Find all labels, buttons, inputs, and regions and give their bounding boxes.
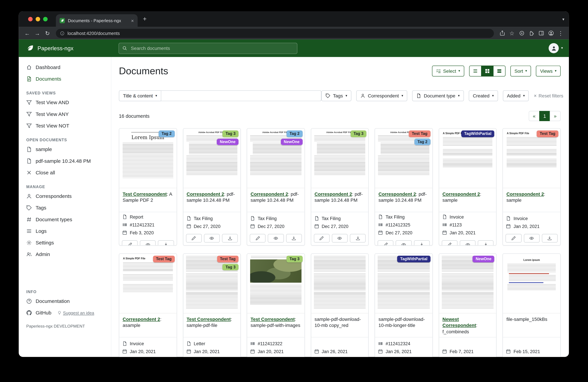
view-button[interactable] [460,240,476,245]
zoom-window-button[interactable] [43,17,48,21]
document-thumbnail[interactable] [311,254,368,313]
correspondent-link[interactable]: Correspondent 2 [251,192,288,197]
created-filter-button[interactable]: Created ▾ [469,90,498,101]
document-thumbnail[interactable]: A Simple PDF File Test Tag [503,128,560,188]
added-filter-button[interactable]: Added ▾ [503,90,529,101]
title-content-dropdown[interactable]: Title & content ▾ [119,90,161,101]
tag-badge[interactable]: Test Tag [537,131,558,137]
sidebar-item-settings[interactable]: Settings [19,237,111,248]
document-card[interactable]: Lorem ipsum file-sample_150kBs Feb 15, 2… [503,254,561,357]
sidebar-item-github[interactable]: GitHubSuggest an idea [19,307,111,319]
sidebar-item-test-view-not[interactable]: Test View NOT [19,120,111,132]
reset-filters-link[interactable]: × Reset filters [534,93,563,99]
site-info-icon[interactable] [60,31,64,36]
correspondent-link[interactable]: Correspondent 2 [442,192,480,197]
tag-badge[interactable]: NewOne [217,139,238,145]
edit-button[interactable] [314,234,330,242]
sidebar-item-documents[interactable]: Documents [19,73,111,85]
tag-badge[interactable]: Tag 2 [159,131,174,137]
side-panel-icon[interactable] [537,29,546,38]
view-button[interactable] [524,234,540,242]
title-content-input[interactable] [161,90,321,101]
document-thumbnail[interactable]: Adobe Acrobat PDF Files Tag 3 [311,128,368,188]
view-button[interactable] [268,234,284,242]
edit-button[interactable] [250,234,266,242]
tag-badge[interactable]: Tag 2 [287,131,303,137]
view-button[interactable] [332,234,348,242]
app-brand[interactable]: Paperless-ngx [26,44,73,52]
tag-badge[interactable]: Tag 3 [351,131,366,137]
sidebar-item-sample[interactable]: sample [19,144,111,155]
views-button[interactable]: Views ▾ [536,66,561,77]
browser-profile-avatar[interactable] [546,29,555,38]
document-card[interactable]: Lorem Ipsum Tag 2 Test Correspondent: A … [119,128,177,245]
correspondent-link[interactable]: Newest Correspondent [442,317,476,328]
download-button[interactable] [158,240,174,245]
document-thumbnail[interactable]: Adobe Acrobat PDF Files Test TagTag 2 [375,128,432,188]
tab-search-chevron-icon[interactable]: ▾ [562,17,564,21]
browser-tab[interactable]: Documents - Paperless-ngx × [56,14,138,27]
browser-menu-kebab-icon[interactable]: ⋮ [556,29,565,38]
view-button[interactable] [140,240,156,245]
document-card[interactable]: Adobe Acrobat PDF Files Tag 3NewOne Corr… [183,128,241,245]
document-card[interactable]: Tag 3 Test Correspondent: sample-pdf-wit… [247,254,305,357]
tag-badge[interactable]: Test Tag [409,131,430,137]
document-thumbnail[interactable]: A Simple PDF File TagWithPartial [439,128,496,188]
correspondent-link[interactable]: Correspondent 2 [315,192,352,197]
document-card[interactable]: Adobe Acrobat PDF Files Test TagTag 2 Co… [375,128,433,245]
view-button[interactable] [396,240,412,245]
edit-button[interactable] [186,234,202,242]
view-button[interactable] [204,234,220,242]
forward-button[interactable]: → [33,30,42,36]
sidebar-item-test-view-and[interactable]: Test View AND [19,97,111,108]
detail-view-button[interactable] [493,66,505,77]
edit-button[interactable] [506,234,522,242]
document-thumbnail[interactable]: NewOne [439,254,496,313]
new-tab-button[interactable]: + [143,15,147,23]
document-thumbnail[interactable]: A Simple PDF File Test Tag [119,254,176,313]
tag-badge[interactable]: NewOne [281,139,302,145]
next-page-button[interactable]: » [550,111,561,121]
edit-button[interactable] [442,240,458,245]
minimize-window-button[interactable] [36,17,40,21]
bookmark-star-icon[interactable]: ☆ [507,29,516,38]
tag-badge[interactable]: Tag 3 [287,256,303,262]
document-card[interactable]: NewOne Newest Correspondent: f_combineds… [439,254,497,357]
document-card[interactable]: sample-pdf-download-10-mb copy_red Jan 2… [311,254,369,357]
suggest-idea-link[interactable]: Suggest an idea [57,311,94,315]
document-card[interactable]: Adobe Acrobat PDF Files Tag 3 Correspond… [311,128,369,245]
tags-filter-button[interactable]: Tags ▾ [321,90,351,101]
sidebar-item-test-view-any[interactable]: Test View ANY [19,108,111,120]
current-page-button[interactable]: 1 [539,111,550,121]
download-button[interactable] [286,234,302,242]
sidebar-item-close-all[interactable]: Close all [19,167,111,178]
edit-button[interactable] [378,240,394,245]
correspondent-link[interactable]: Correspondent 2 [187,192,224,197]
correspondent-link[interactable]: Correspondent 2 [378,192,416,197]
document-card[interactable]: Test TagTag 3 Test Correspondent: sample… [183,254,241,357]
document-card[interactable]: TagWithPartial sample-pdf-download-10-mb… [375,254,433,357]
prev-page-button[interactable]: « [529,111,540,121]
address-bar[interactable]: localhost:4200/documents [56,29,494,38]
sort-button[interactable]: Sort ▾ [510,66,531,77]
tag-badge[interactable]: Test Tag [153,256,175,262]
user-menu[interactable]: ▾ [549,43,563,53]
document-card[interactable]: A Simple PDF File Test Tag Correspondent… [119,254,177,357]
tab-close-icon[interactable]: × [131,18,134,23]
download-button[interactable] [478,240,494,245]
tag-badge[interactable]: Test Tag [217,256,239,262]
back-button[interactable]: ← [22,30,32,36]
download-button[interactable] [222,234,238,242]
sidebar-item-dashboard[interactable]: Dashboard [19,61,111,73]
correspondent-link[interactable]: Correspondent 2 [506,192,544,197]
sidebar-item-correspondents[interactable]: Correspondents [19,190,111,202]
download-button[interactable] [350,234,366,242]
extensions-puzzle-icon[interactable] [527,29,536,38]
document-thumbnail[interactable]: Tag 3 [247,254,304,313]
tag-badge[interactable]: TagWithPartial [397,256,430,262]
extension-icon[interactable] [517,29,526,38]
document-thumbnail[interactable]: Adobe Acrobat PDF Files Tag 2NewOne [247,128,304,188]
sidebar-item-pdf-sample-10-24-48-pm[interactable]: pdf-sample 10.24.48 PM [19,155,111,167]
close-window-button[interactable] [28,17,33,21]
edit-button[interactable] [122,240,138,245]
